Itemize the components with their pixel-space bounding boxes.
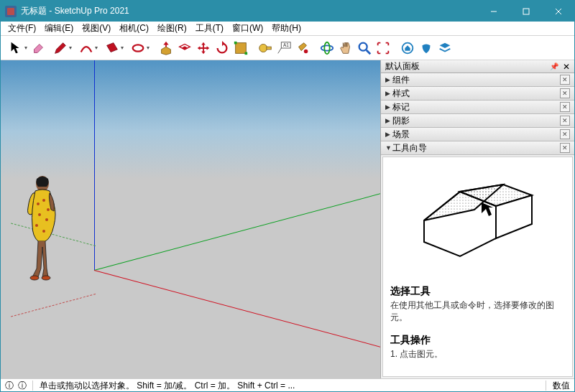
layers-button[interactable] [436, 39, 454, 57]
panel-label: 组件 [392, 74, 410, 86]
content-area: 默认面板 📌 ✕ ▶组件✕ ▶样式✕ ▶标记✕ ▶阴影✕ ▶场景✕ ▼工具向导✕… [1, 60, 574, 378]
panel-components[interactable]: ▶组件✕ [381, 73, 574, 87]
menu-draw[interactable]: 绘图(R) [153, 22, 191, 35]
svg-text:A1: A1 [283, 42, 289, 47]
svg-point-13 [321, 45, 334, 50]
svg-point-12 [304, 49, 308, 53]
rectangle-tool[interactable] [100, 39, 124, 57]
zoom-extents-tool[interactable] [374, 39, 392, 57]
orbit-tool[interactable] [318, 39, 336, 57]
svg-point-25 [42, 230, 45, 233]
axis-green-y [94, 192, 380, 271]
panel-styles[interactable]: ▶样式✕ [381, 87, 574, 101]
app-icon [5, 6, 17, 17]
chevron-right-icon: ▶ [385, 117, 392, 124]
instructor-title: 选择工具 [390, 285, 565, 298]
tape-tool[interactable] [257, 39, 274, 57]
svg-point-27 [42, 276, 50, 280]
viewport-3d[interactable] [1, 60, 380, 378]
sky-background [1, 60, 380, 179]
panel-label: 阴影 [392, 115, 410, 127]
svg-point-23 [45, 218, 48, 221]
svg-rect-9 [267, 47, 271, 50]
text-tool[interactable]: A1 [275, 39, 293, 57]
chevron-down-icon: ▼ [385, 144, 392, 151]
arc-tool[interactable] [74, 39, 98, 57]
tray-header[interactable]: 默认面板 📌 ✕ [381, 60, 574, 73]
chevron-right-icon: ▶ [385, 103, 392, 111]
tray-close-icon[interactable]: ✕ [563, 62, 570, 72]
svg-point-24 [35, 224, 38, 227]
pin-icon[interactable]: 📌 [550, 62, 558, 70]
vcb-label: 数值 [553, 380, 570, 392]
panel-instructor[interactable]: ▼工具向导✕ [381, 141, 574, 155]
minimize-button[interactable] [477, 1, 510, 22]
chevron-right-icon: ▶ [385, 131, 392, 138]
info-icon[interactable]: ⓘ [18, 380, 27, 392]
panel-label: 场景 [392, 129, 410, 141]
menu-file[interactable]: 文件(F) [4, 22, 40, 35]
menu-help[interactable]: 帮助(H) [267, 22, 305, 35]
svg-point-21 [47, 208, 50, 211]
axis-red-neg [11, 294, 96, 317]
eraser-tool[interactable] [29, 39, 47, 57]
svg-point-8 [259, 44, 267, 52]
panel-tags[interactable]: ▶标记✕ [381, 101, 574, 114]
panel-label: 样式 [392, 88, 410, 100]
svg-rect-7 [245, 52, 248, 55]
panel-close-icon[interactable]: ✕ [560, 116, 570, 126]
panel-close-icon[interactable]: ✕ [560, 102, 570, 112]
svg-point-15 [359, 42, 367, 50]
instructor-op: 1. 点击图元。 [390, 348, 565, 360]
default-tray: 默认面板 📌 ✕ ▶组件✕ ▶样式✕ ▶标记✕ ▶阴影✕ ▶场景✕ ▼工具向导✕… [380, 60, 574, 378]
panel-close-icon[interactable]: ✕ [560, 88, 570, 98]
paint-tool[interactable] [294, 39, 311, 57]
pencil-tool[interactable] [48, 39, 73, 57]
chevron-right-icon: ▶ [385, 90, 392, 97]
instructor-ops-title: 工具操作 [390, 334, 565, 347]
maximize-button[interactable] [510, 1, 542, 22]
svg-point-14 [324, 42, 329, 54]
svg-point-26 [30, 276, 39, 280]
panel-scenes[interactable]: ▶场景✕ [381, 128, 574, 141]
menu-bar: 文件(F) 编辑(E) 视图(V) 相机(C) 绘图(R) 工具(T) 窗口(W… [1, 22, 574, 36]
panel-close-icon[interactable]: ✕ [560, 129, 570, 139]
select-tool[interactable] [4, 39, 28, 57]
ext-warehouse-button[interactable] [418, 39, 435, 57]
pan-tool[interactable] [337, 39, 354, 57]
axis-red-x [94, 270, 380, 349]
svg-line-16 [367, 50, 371, 54]
menu-camera[interactable]: 相机(C) [115, 22, 153, 35]
move-tool[interactable] [195, 39, 212, 57]
pushpull-tool[interactable] [157, 39, 175, 57]
toolbar: A1 [1, 36, 574, 60]
panel-shadows[interactable]: ▶阴影✕ [381, 114, 574, 128]
svg-rect-6 [234, 41, 237, 44]
zoom-tool[interactable] [356, 39, 373, 57]
panel-label: 工具向导 [392, 142, 427, 154]
circle-tool[interactable] [126, 39, 150, 57]
offset-tool[interactable] [176, 39, 193, 57]
svg-rect-1 [523, 9, 529, 14]
close-button[interactable] [542, 1, 574, 22]
instructor-desc: 在使用其他工具或命令时，选择要修改的图元。 [390, 299, 565, 324]
panel-close-icon[interactable]: ✕ [560, 75, 570, 85]
scale-tool[interactable] [232, 39, 249, 57]
rotate-tool[interactable] [213, 39, 231, 57]
title-bar: 无标题 - SketchUp Pro 2021 [1, 1, 574, 22]
toolbar-separator [313, 39, 317, 57]
toolbar-separator [251, 39, 255, 57]
tray-title: 默认面板 [385, 60, 420, 73]
menu-edit[interactable]: 编辑(E) [40, 22, 78, 35]
instructor-illustration [410, 170, 546, 263]
menu-tools[interactable]: 工具(T) [191, 22, 228, 35]
help-icon[interactable]: ⓘ [5, 380, 14, 392]
status-hint: 单击或拖动以选择对象。 Shift = 加/减。 Ctrl = 加。 Shift… [40, 380, 540, 392]
panel-close-icon[interactable]: ✕ [560, 143, 570, 153]
svg-point-22 [38, 213, 41, 216]
axis-blue-z [94, 60, 95, 270]
menu-window[interactable]: 窗口(W) [228, 22, 267, 35]
window-title: 无标题 - SketchUp Pro 2021 [21, 5, 477, 17]
warehouse-button[interactable] [399, 39, 416, 57]
menu-view[interactable]: 视图(V) [78, 22, 115, 35]
